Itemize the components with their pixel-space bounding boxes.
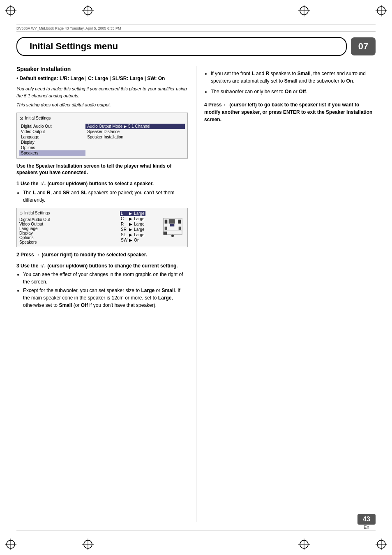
- right-bullets: If you set the front L and R speakers to…: [211, 70, 376, 85]
- file-info: DV585A WY_Mid.book Page 43 Tuesday, Apri…: [16, 25, 376, 32]
- section-title: Speaker Installation: [16, 66, 188, 72]
- left-column: Speaker Installation • Default settings:…: [16, 66, 192, 522]
- screen2-speaker-table: L ▶ Large C ▶ Large R ▶ Large: [120, 211, 145, 243]
- screen2-title: Initial Settings: [24, 211, 50, 215]
- svg-rect-29: [165, 227, 167, 230]
- svg-rect-26: [169, 219, 175, 223]
- step1-heading: 1 Use the ↑/↓ (cursor up/down) buttons t…: [16, 180, 188, 187]
- right-bullets-2: The subwoofer can only be set to On or O…: [211, 88, 376, 95]
- svg-rect-32: [164, 232, 167, 235]
- screen1-row-display: Display: [19, 140, 185, 145]
- step3-bullet1: You can see the effect of your changes i…: [23, 271, 188, 286]
- screen-mockup-2: ⊙ Initial Settings Digital Audio Out Vid…: [16, 208, 188, 247]
- screen1-menu-options: Options: [19, 145, 85, 150]
- speaker-row-C: C ▶ Large: [120, 216, 145, 221]
- step3-heading: 3 Use the ↑/↓ (cursor up/down) buttons t…: [16, 263, 188, 269]
- reg-mark-bml: [82, 539, 94, 550]
- screen1-table: Digital Audio Out Audio Output Mode ▶ 5.…: [19, 124, 185, 156]
- step1-bullet1: The L and R, and SR and SL speakers are …: [23, 189, 188, 204]
- screen1-row-options: Options: [19, 145, 185, 150]
- screen1-menu-language: Language: [19, 134, 85, 140]
- screen1-row-speakers: Speakers: [19, 150, 185, 156]
- page-title: Initial Settings menu: [16, 37, 347, 56]
- reg-mark-bl: [5, 539, 16, 550]
- speaker-row-SL: SL ▶ Large: [120, 232, 145, 237]
- note1: You only need to make this setting if yo…: [16, 85, 188, 99]
- screen2-speakers: Speakers: [19, 240, 50, 244]
- reg-mark-br: [376, 539, 387, 550]
- default-value: L/R: Large | C: Large | SL/SR: Large | S…: [60, 76, 165, 81]
- right-column: If you set the front L and R speakers to…: [200, 66, 376, 522]
- screen-mockup-1: ⊙ Initial Settings Digital Audio Out Aud…: [16, 113, 188, 159]
- reg-mark-tmr: [298, 5, 310, 16]
- svg-rect-28: [178, 220, 181, 223]
- svg-point-33: [171, 235, 174, 237]
- page-number: 43: [357, 514, 376, 525]
- screen2-menu-table: Digital Audio Out Video Output Language …: [19, 217, 50, 244]
- screen1-menu-speakers: Speakers: [19, 150, 85, 156]
- screen2-video: Video Output: [19, 222, 50, 226]
- screen2-menu-col: ⊙ Initial Settings Digital Audio Out Vid…: [19, 211, 117, 244]
- screen1-header: ⊙ Initial Settings: [19, 115, 185, 121]
- room-svg: [161, 216, 184, 239]
- screen1-menu-video: Video Output: [19, 129, 85, 134]
- speaker-row-R: R ▶ Large: [120, 221, 145, 227]
- speaker-row-SW: SW ▶ On: [120, 237, 145, 243]
- screen2-lang: Language: [19, 226, 50, 231]
- step4-heading: 4 Press ← (cursor left) to go back to th…: [204, 101, 376, 123]
- svg-rect-27: [165, 220, 167, 223]
- screen2-icon: ⊙: [19, 211, 23, 215]
- screen1-val-distance: Speaker Distance: [85, 129, 185, 134]
- screen2-room-graphic: [160, 211, 185, 244]
- speaker-row-SR: SR ▶ Large: [120, 227, 145, 232]
- screen1-menu-display: Display: [19, 140, 85, 145]
- default-settings: • Default settings: L/R: Large | C: Larg…: [16, 75, 188, 82]
- step2-heading: 2 Press → (cursor right) to modify the s…: [16, 251, 188, 258]
- default-label: Default settings:: [20, 76, 58, 81]
- chapter-badge: 07: [351, 37, 376, 55]
- reg-mark-tml: [82, 5, 94, 16]
- top-border: [16, 25, 376, 25]
- reg-mark-bmr: [298, 539, 310, 550]
- right-bullet1: If you set the front L and R speakers to…: [211, 70, 376, 85]
- intro-text: Use the Speaker Installation screen to t…: [16, 163, 188, 177]
- screen2-header: ⊙ Initial Settings: [19, 211, 117, 215]
- svg-rect-31: [170, 224, 174, 226]
- bottom-border: [16, 530, 376, 530]
- screen1-val-installation: Speaker Installation: [85, 134, 185, 140]
- screen1-row-video: Video Output Speaker Distance: [19, 129, 185, 134]
- page-number-area: 43 En: [357, 514, 376, 530]
- screen1-row-language: Language Speaker Installation: [19, 134, 185, 140]
- speaker-row-L: L ▶ Large: [120, 211, 145, 216]
- step3-bullet2: Except for the subwoofer, you can set sp…: [23, 287, 188, 309]
- reg-mark-tl: [5, 5, 16, 16]
- reg-mark-tr: [376, 5, 387, 16]
- right-bullet2: The subwoofer can only be set to On or O…: [211, 88, 376, 95]
- screen1-val-audio-mode: Audio Output Mode ▶ 5.1 Channel: [85, 124, 185, 129]
- page-header: Initial Settings menu 07: [16, 37, 376, 56]
- step1-bullets: The L and R, and SR and SL speakers are …: [23, 189, 188, 204]
- step3-bullets: You can see the effect of your changes i…: [23, 271, 188, 309]
- screen2-display: Display: [19, 231, 50, 235]
- screen2-digital: Digital Audio Out: [19, 217, 50, 222]
- note2: This setting does not affect digital aud…: [16, 101, 188, 108]
- screen1-menu-digital: Digital Audio Out: [19, 124, 85, 129]
- content-area: Speaker Installation • Default settings:…: [16, 66, 376, 522]
- screen1-title: Initial Settings: [25, 116, 51, 120]
- svg-rect-30: [179, 227, 181, 230]
- page-lang: En: [364, 525, 369, 530]
- screen1-icon: ⊙: [19, 115, 23, 121]
- screen2-options: Options: [19, 235, 50, 240]
- screen1-row-digital: Digital Audio Out Audio Output Mode ▶ 5.…: [19, 124, 185, 129]
- screen2-speaker-table-col: L ▶ Large C ▶ Large R ▶ Large: [120, 211, 157, 244]
